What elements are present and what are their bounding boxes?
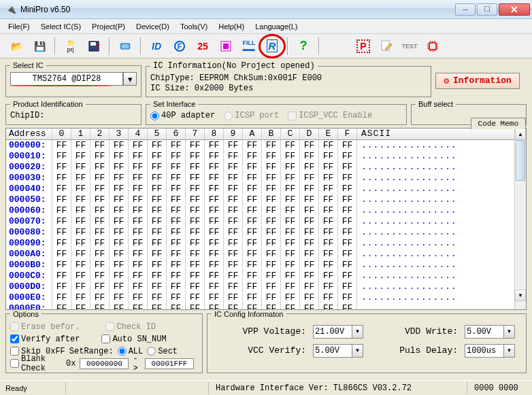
hex-byte[interactable]: FF xyxy=(148,194,167,205)
hex-byte[interactable]: FF xyxy=(205,140,224,151)
hex-byte[interactable]: FF xyxy=(52,303,71,309)
hex-byte[interactable]: FF xyxy=(224,184,243,194)
hex-byte[interactable]: FF xyxy=(110,249,129,260)
hex-byte[interactable]: FF xyxy=(319,292,338,303)
menu-tools[interactable]: Tools(V) xyxy=(178,21,210,32)
hex-byte[interactable]: FF xyxy=(90,216,110,227)
hex-byte[interactable]: FF xyxy=(167,151,186,162)
vcc-dropdown[interactable]: ▼ xyxy=(352,344,363,358)
hex-row[interactable]: 0000E0:FFFFFFFFFFFFFFFFFFFFFFFFFFFFFFFF.… xyxy=(6,292,514,303)
hex-byte[interactable]: FF xyxy=(129,162,148,173)
hex-byte[interactable]: FF xyxy=(319,173,338,184)
hex-byte[interactable]: FF xyxy=(205,194,224,205)
hex-byte[interactable]: FF xyxy=(52,292,71,303)
hex-byte[interactable]: FF xyxy=(300,260,319,271)
hex-byte[interactable]: FF xyxy=(205,281,224,292)
hex-byte[interactable]: FF xyxy=(90,249,110,260)
hex-byte[interactable]: FF xyxy=(167,140,186,151)
hex-byte[interactable]: FF xyxy=(300,184,319,194)
hex-byte[interactable]: FF xyxy=(243,173,262,184)
hex-byte[interactable]: FF xyxy=(300,227,319,238)
hex-byte[interactable]: FF xyxy=(300,292,319,303)
hex-byte[interactable]: FF xyxy=(148,162,167,173)
hex-byte[interactable]: FF xyxy=(52,205,71,216)
select-ic-input[interactable] xyxy=(10,72,123,86)
hex-byte[interactable]: FF xyxy=(262,184,281,194)
hex-col-4[interactable]: 4 xyxy=(129,128,148,139)
hex-byte[interactable]: FF xyxy=(71,238,90,249)
save-icon[interactable]: 💾 xyxy=(29,37,50,56)
hex-byte[interactable]: FF xyxy=(319,162,338,173)
puls-delay-input[interactable] xyxy=(465,344,504,358)
hex-byte[interactable]: FF xyxy=(319,238,338,249)
hex-byte[interactable]: FF xyxy=(71,260,90,271)
hex-byte[interactable]: FF xyxy=(148,260,167,271)
hex-byte[interactable]: FF xyxy=(110,205,129,216)
hex-byte[interactable]: FF xyxy=(186,303,205,309)
hex-byte[interactable]: FF xyxy=(71,205,90,216)
hex-byte[interactable]: FF xyxy=(281,292,300,303)
hex-byte[interactable]: FF xyxy=(52,151,71,162)
scroll-thumb[interactable] xyxy=(516,140,525,181)
config-icon[interactable] xyxy=(215,37,237,56)
hex-row[interactable]: 000080:FFFFFFFFFFFFFFFFFFFFFFFFFFFFFFFF.… xyxy=(6,227,514,238)
hex-byte[interactable]: FF xyxy=(224,281,243,292)
hex-byte[interactable]: FF xyxy=(129,140,148,151)
hex-byte[interactable]: FF xyxy=(71,281,90,292)
hex-col-f[interactable]: F xyxy=(338,128,357,139)
hex-byte[interactable]: FF xyxy=(224,227,243,238)
hex-byte[interactable]: FF xyxy=(90,292,110,303)
hex-byte[interactable]: FF xyxy=(338,271,357,281)
hex-byte[interactable]: FF xyxy=(205,205,224,216)
hex-byte[interactable]: FF xyxy=(186,249,205,260)
hex-row[interactable]: 000010:FFFFFFFFFFFFFFFFFFFFFFFFFFFFFFFF.… xyxy=(6,151,514,162)
hex-byte[interactable]: FF xyxy=(110,292,129,303)
hex-byte[interactable]: FF xyxy=(243,260,262,271)
hex-byte[interactable]: FF xyxy=(205,271,224,281)
hex-col-9[interactable]: 9 xyxy=(224,128,243,139)
hex-byte[interactable]: FF xyxy=(167,162,186,173)
hex-byte[interactable]: FF xyxy=(262,238,281,249)
hex-byte[interactable]: FF xyxy=(148,140,167,151)
hex-byte[interactable]: FF xyxy=(52,216,71,227)
hex-byte[interactable]: FF xyxy=(281,281,300,292)
hex-byte[interactable]: FF xyxy=(205,238,224,249)
hex-row[interactable]: 000060:FFFFFFFFFFFFFFFFFFFFFFFFFFFFFFFF.… xyxy=(6,205,514,216)
hex-byte[interactable]: FF xyxy=(186,281,205,292)
read-id-icon[interactable]: ID xyxy=(146,37,167,56)
hex-byte[interactable]: FF xyxy=(71,249,90,260)
hex-byte[interactable]: FF xyxy=(262,281,281,292)
hex-byte[interactable]: FF xyxy=(110,281,129,292)
hex-byte[interactable]: FF xyxy=(186,140,205,151)
hex-byte[interactable]: FF xyxy=(167,227,186,238)
hex-byte[interactable]: FF xyxy=(148,238,167,249)
hex-byte[interactable]: FF xyxy=(262,292,281,303)
hex-byte[interactable]: FF xyxy=(224,216,243,227)
check-verify-after[interactable] xyxy=(10,334,19,343)
hex-byte[interactable]: FF xyxy=(338,173,357,184)
edit-icon[interactable] xyxy=(376,37,397,56)
hex-byte[interactable]: FF xyxy=(167,260,186,271)
vpp-dropdown[interactable]: ▼ xyxy=(352,325,363,339)
hex-byte[interactable]: FF xyxy=(52,227,71,238)
hex-byte[interactable]: FF xyxy=(186,292,205,303)
hex-byte[interactable]: FF xyxy=(224,238,243,249)
write-f-icon[interactable]: F xyxy=(169,37,190,56)
hex-row[interactable]: 000020:FFFFFFFFFFFFFFFFFFFFFFFFFFFFFFFF.… xyxy=(6,162,514,173)
hex-byte[interactable]: FF xyxy=(167,205,186,216)
hex-byte[interactable]: FF xyxy=(186,173,205,184)
hex-byte[interactable]: FF xyxy=(262,140,281,151)
hex-byte[interactable]: FF xyxy=(300,281,319,292)
hex-byte[interactable]: FF xyxy=(300,151,319,162)
hex-byte[interactable]: FF xyxy=(148,184,167,194)
hex-byte[interactable]: FF xyxy=(186,238,205,249)
hex-byte[interactable]: FF xyxy=(205,292,224,303)
hex-byte[interactable]: FF xyxy=(129,303,148,309)
hex-byte[interactable]: FF xyxy=(167,194,186,205)
hex-byte[interactable]: FF xyxy=(300,249,319,260)
hex-byte[interactable]: FF xyxy=(262,271,281,281)
hex-byte[interactable]: FF xyxy=(243,184,262,194)
hex-col-c[interactable]: C xyxy=(281,128,300,139)
hex-byte[interactable]: FF xyxy=(186,205,205,216)
menu-project[interactable]: Project(P) xyxy=(89,21,128,32)
